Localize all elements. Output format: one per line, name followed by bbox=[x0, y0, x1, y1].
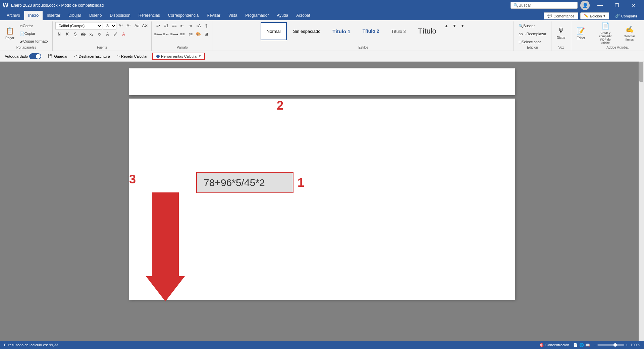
zoom-control[interactable]: − + 190% bbox=[594, 343, 640, 347]
status-right: 🎯 Concentración 📄 🌐 📖 − + 190% bbox=[539, 343, 640, 347]
autoguardado-toggle[interactable] bbox=[29, 53, 41, 59]
italic-button[interactable]: K bbox=[63, 31, 71, 38]
paste-button[interactable]: 📋 Pegar bbox=[3, 22, 17, 44]
cut-button[interactable]: ✂ Cortar bbox=[18, 22, 50, 30]
highlight-button[interactable]: 🖊 bbox=[112, 31, 119, 38]
copy-format-button[interactable]: 🖌 Copiar formato bbox=[18, 38, 50, 45]
comments-button[interactable]: 💬 Comentarios bbox=[544, 12, 578, 19]
decrease-indent-button[interactable]: ⇤ bbox=[178, 22, 186, 30]
request-signatures-button[interactable]: ✍ Solicitar firmas bbox=[618, 22, 641, 44]
style-sin-espaciado[interactable]: Sin espaciado bbox=[287, 22, 326, 40]
increase-indent-button[interactable]: ⇥ bbox=[186, 22, 194, 30]
maximize-button[interactable]: ❐ bbox=[609, 0, 625, 11]
zoom-in-button[interactable]: + bbox=[626, 343, 628, 347]
formula-box[interactable]: 78+96*5/45*2 bbox=[196, 172, 293, 193]
replace-button[interactable]: ab→ Reemplazar bbox=[517, 30, 548, 38]
create-pdf-button[interactable]: 📄 Crear y compartir PDF de Adobe bbox=[594, 22, 617, 44]
select-button[interactable]: ⊡ Seleccionar bbox=[517, 38, 543, 46]
style-titulo3[interactable]: Título 3 bbox=[385, 22, 411, 40]
styles-scroll-up[interactable]: ▲ bbox=[443, 22, 450, 30]
text-color-button[interactable]: A bbox=[120, 31, 127, 38]
multilevel-button[interactable]: ≡≡ bbox=[170, 22, 178, 30]
zoom-slider[interactable] bbox=[597, 344, 624, 346]
justify-button[interactable]: ≡≡ bbox=[178, 31, 186, 38]
minimize-button[interactable]: — bbox=[592, 0, 608, 11]
font-name-select[interactable]: Calibri (Cuerpo) bbox=[55, 22, 102, 30]
styles-expand[interactable]: ▾ bbox=[459, 22, 466, 30]
tab-archivo[interactable]: Archivo bbox=[3, 11, 24, 20]
dictate-button[interactable]: 🎙 Dictar bbox=[554, 22, 568, 44]
web-layout-icon[interactable]: 🌐 bbox=[579, 343, 584, 347]
font-size-select[interactable]: 24 bbox=[103, 22, 116, 30]
align-left-button[interactable]: ≡⟵ bbox=[154, 31, 162, 38]
borders-button[interactable]: ⊞ bbox=[203, 31, 210, 38]
share-button[interactable]: 🔗 Compartir bbox=[611, 13, 641, 19]
align-right-button[interactable]: ≡⟶ bbox=[170, 31, 178, 38]
read-mode-icon[interactable]: 📖 bbox=[585, 343, 590, 347]
sort-button[interactable]: ↕A bbox=[195, 22, 202, 30]
word-logo[interactable]: W bbox=[3, 2, 8, 9]
show-marks-button[interactable]: ¶ bbox=[203, 22, 210, 30]
clipboard-group: 📋 Pegar ✂ Cortar 📄 Copiar 🖌 Copiar forma… bbox=[0, 21, 53, 51]
subscript-button[interactable]: x₂ bbox=[88, 31, 95, 38]
close-button[interactable]: ✕ bbox=[626, 0, 641, 11]
undo-button[interactable]: ↩ Deshacer Escritura bbox=[72, 53, 112, 59]
tab-ayuda[interactable]: Ayuda bbox=[273, 11, 292, 20]
document-page[interactable]: 2 78+96*5/45*2 1 3 bbox=[129, 99, 515, 300]
tab-programador[interactable]: Programador bbox=[241, 11, 273, 20]
font-color-button[interactable]: A bbox=[104, 31, 111, 38]
voice-label: Voz bbox=[554, 46, 568, 50]
decrease-font-button[interactable]: A⁻ bbox=[125, 22, 132, 30]
style-titulo2[interactable]: Título 2 bbox=[357, 22, 385, 40]
bullets-button[interactable]: ≡• bbox=[154, 22, 162, 30]
font-row-2: N K S ab x₂ x² A 🖊 A bbox=[55, 31, 127, 38]
bold-button[interactable]: N bbox=[55, 31, 63, 38]
tab-dibujar[interactable]: Dibujar bbox=[64, 11, 85, 20]
underline-button[interactable]: S bbox=[71, 31, 79, 38]
increase-font-button[interactable]: A⁺ bbox=[117, 22, 124, 30]
focus-control[interactable]: 🎯 Concentración bbox=[539, 343, 569, 347]
window-controls[interactable]: — ❐ ✕ bbox=[592, 0, 641, 11]
clear-format-button[interactable]: A✕ bbox=[141, 22, 149, 30]
tab-revisar[interactable]: Revisar bbox=[203, 11, 224, 20]
scrollbar-thumb[interactable] bbox=[639, 62, 643, 82]
style-titulo-large[interactable]: Título bbox=[412, 22, 442, 40]
herramientas-calcular-button[interactable]: Herramientas Calcular ▾ bbox=[152, 53, 205, 60]
zoom-out-button[interactable]: − bbox=[594, 343, 596, 347]
tab-correspondencia[interactable]: Correspondencia bbox=[164, 11, 203, 20]
tab-inicio[interactable]: Inicio bbox=[24, 11, 43, 20]
vertical-scrollbar[interactable] bbox=[639, 61, 644, 341]
save-button[interactable]: 💾 Guardar bbox=[46, 53, 69, 59]
numbering-button[interactable]: ≡1 bbox=[162, 22, 170, 30]
superscript-button[interactable]: x² bbox=[96, 31, 103, 38]
tab-disposicion[interactable]: Disposición bbox=[106, 11, 134, 20]
tab-diseno[interactable]: Diseño bbox=[85, 11, 106, 20]
align-center-button[interactable]: ≡↔ bbox=[162, 31, 170, 38]
line-spacing-button[interactable]: ↕≡ bbox=[186, 31, 194, 38]
print-layout-icon[interactable]: 📄 bbox=[573, 343, 578, 347]
title-search-input[interactable] bbox=[519, 3, 566, 8]
tab-acrobat[interactable]: Acrobat bbox=[292, 11, 314, 20]
tab-insertar[interactable]: Insertar bbox=[43, 11, 64, 20]
redo-button[interactable]: ↪ Repetir Calcular bbox=[115, 53, 150, 59]
copy-button[interactable]: 📄 Copiar bbox=[18, 30, 50, 37]
editing-button[interactable]: ✏️ Edición ▾ bbox=[580, 12, 609, 19]
editor-button[interactable]: 📝 Editor bbox=[574, 22, 588, 44]
style-titulo1[interactable]: Título 1 bbox=[327, 22, 356, 40]
autoguardado-toggle-container: Autoguardado bbox=[3, 53, 43, 60]
formula-container: 78+96*5/45*2 1 bbox=[196, 172, 304, 193]
autoguardado-label: Autoguardado bbox=[5, 54, 28, 58]
tab-referencias[interactable]: Referencias bbox=[135, 11, 164, 20]
strikethrough-button[interactable]: ab bbox=[79, 31, 87, 38]
title-search-bar[interactable]: 🔍 bbox=[511, 2, 578, 9]
case-button[interactable]: Aa bbox=[133, 22, 141, 30]
annotation-3: 3 bbox=[129, 172, 136, 186]
shading-button[interactable]: 🎨 bbox=[195, 31, 202, 38]
style-normal[interactable]: Normal bbox=[261, 22, 287, 40]
find-button[interactable]: 🔍 Buscar bbox=[517, 22, 537, 30]
user-avatar[interactable]: 👤 bbox=[580, 1, 590, 10]
arrow-head bbox=[146, 276, 185, 301]
styles-scroll-down[interactable]: ▼ bbox=[451, 22, 458, 30]
title-bar-left: W Enero 2023 articulos.docx - Modo de co… bbox=[3, 2, 104, 9]
tab-vista[interactable]: Vista bbox=[224, 11, 241, 20]
